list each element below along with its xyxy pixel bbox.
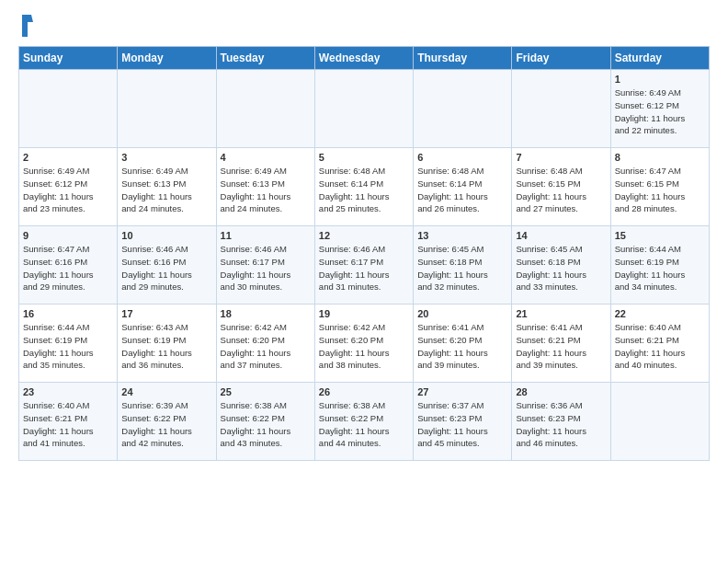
calendar-cell — [216, 70, 314, 148]
day-number: 7 — [516, 152, 606, 163]
day-info: Sunrise: 6:38 AM Sunset: 6:22 PM Dayligh… — [221, 399, 311, 450]
day-number: 3 — [121, 152, 211, 163]
calendar-week-row: 16Sunrise: 6:44 AM Sunset: 6:19 PM Dayli… — [19, 304, 710, 383]
calendar-cell: 5Sunrise: 6:48 AM Sunset: 6:14 PM Daylig… — [314, 148, 413, 226]
calendar-cell: 1Sunrise: 6:49 AM Sunset: 6:12 PM Daylig… — [610, 70, 709, 148]
calendar-cell: 22Sunrise: 6:40 AM Sunset: 6:21 PM Dayli… — [610, 304, 709, 383]
day-info: Sunrise: 6:49 AM Sunset: 6:12 PM Dayligh… — [615, 86, 705, 137]
calendar-cell — [610, 383, 709, 461]
calendar-cell: 17Sunrise: 6:43 AM Sunset: 6:19 PM Dayli… — [118, 304, 216, 383]
day-info: Sunrise: 6:45 AM Sunset: 6:18 PM Dayligh… — [516, 243, 606, 293]
day-info: Sunrise: 6:44 AM Sunset: 6:19 PM Dayligh… — [615, 243, 705, 293]
day-number: 21 — [516, 308, 606, 319]
header-cell-thursday: Thursday — [414, 47, 512, 70]
day-info: Sunrise: 6:45 AM Sunset: 6:18 PM Dayligh… — [417, 243, 507, 293]
day-info: Sunrise: 6:48 AM Sunset: 6:14 PM Dayligh… — [417, 165, 507, 215]
header-cell-friday: Friday — [512, 47, 610, 70]
calendar-cell: 15Sunrise: 6:44 AM Sunset: 6:19 PM Dayli… — [610, 226, 709, 304]
day-number: 18 — [221, 308, 311, 319]
day-info: Sunrise: 6:40 AM Sunset: 6:21 PM Dayligh… — [23, 399, 113, 450]
day-number: 13 — [417, 230, 507, 241]
day-number: 25 — [221, 386, 311, 397]
calendar-cell — [414, 70, 512, 148]
calendar-cell: 18Sunrise: 6:42 AM Sunset: 6:20 PM Dayli… — [216, 304, 314, 383]
calendar-week-row: 23Sunrise: 6:40 AM Sunset: 6:21 PM Dayli… — [19, 383, 710, 461]
day-number: 28 — [516, 386, 606, 397]
calendar-header-row: SundayMondayTuesdayWednesdayThursdayFrid… — [19, 47, 710, 70]
calendar-cell: 24Sunrise: 6:39 AM Sunset: 6:22 PM Dayli… — [118, 383, 216, 461]
logo — [18, 18, 33, 37]
day-number: 11 — [221, 230, 311, 241]
calendar-cell: 14Sunrise: 6:45 AM Sunset: 6:18 PM Dayli… — [512, 226, 610, 304]
day-info: Sunrise: 6:37 AM Sunset: 6:23 PM Dayligh… — [417, 399, 507, 450]
calendar-cell — [118, 70, 216, 148]
calendar-cell: 10Sunrise: 6:46 AM Sunset: 6:16 PM Dayli… — [118, 226, 216, 304]
day-number: 15 — [615, 230, 705, 241]
calendar-week-row: 2Sunrise: 6:49 AM Sunset: 6:12 PM Daylig… — [19, 148, 710, 226]
day-number: 24 — [121, 386, 211, 397]
calendar-cell: 4Sunrise: 6:49 AM Sunset: 6:13 PM Daylig… — [216, 148, 314, 226]
calendar-week-row: 1Sunrise: 6:49 AM Sunset: 6:12 PM Daylig… — [19, 70, 710, 148]
day-number: 2 — [23, 152, 113, 163]
day-info: Sunrise: 6:44 AM Sunset: 6:19 PM Dayligh… — [23, 321, 113, 372]
calendar-cell: 20Sunrise: 6:41 AM Sunset: 6:20 PM Dayli… — [414, 304, 512, 383]
day-info: Sunrise: 6:41 AM Sunset: 6:20 PM Dayligh… — [417, 321, 507, 372]
calendar-cell: 23Sunrise: 6:40 AM Sunset: 6:21 PM Dayli… — [19, 383, 118, 461]
day-number: 23 — [23, 386, 113, 397]
day-number: 27 — [417, 386, 507, 397]
day-info: Sunrise: 6:48 AM Sunset: 6:14 PM Dayligh… — [319, 165, 409, 215]
calendar-cell: 6Sunrise: 6:48 AM Sunset: 6:14 PM Daylig… — [414, 148, 512, 226]
calendar-cell — [19, 70, 118, 148]
calendar-cell: 27Sunrise: 6:37 AM Sunset: 6:23 PM Dayli… — [414, 383, 512, 461]
calendar-cell: 16Sunrise: 6:44 AM Sunset: 6:19 PM Dayli… — [19, 304, 118, 383]
day-number: 14 — [516, 230, 606, 241]
day-info: Sunrise: 6:42 AM Sunset: 6:20 PM Dayligh… — [221, 321, 311, 372]
day-number: 17 — [121, 308, 211, 319]
header-cell-wednesday: Wednesday — [314, 47, 413, 70]
day-info: Sunrise: 6:36 AM Sunset: 6:23 PM Dayligh… — [516, 399, 606, 450]
day-number: 16 — [23, 308, 113, 319]
day-info: Sunrise: 6:49 AM Sunset: 6:12 PM Dayligh… — [23, 165, 113, 215]
calendar-cell: 26Sunrise: 6:38 AM Sunset: 6:22 PM Dayli… — [314, 383, 413, 461]
calendar-table: SundayMondayTuesdayWednesdayThursdayFrid… — [18, 46, 710, 461]
calendar-cell — [314, 70, 413, 148]
header-cell-monday: Monday — [118, 47, 216, 70]
day-number: 10 — [121, 230, 211, 241]
logo-icon — [20, 15, 33, 37]
calendar-cell: 19Sunrise: 6:42 AM Sunset: 6:20 PM Dayli… — [314, 304, 413, 383]
day-number: 1 — [615, 74, 705, 85]
day-info: Sunrise: 6:49 AM Sunset: 6:13 PM Dayligh… — [221, 165, 311, 215]
day-number: 4 — [221, 152, 311, 163]
calendar-cell: 13Sunrise: 6:45 AM Sunset: 6:18 PM Dayli… — [414, 226, 512, 304]
calendar-cell: 28Sunrise: 6:36 AM Sunset: 6:23 PM Dayli… — [512, 383, 610, 461]
day-number: 20 — [417, 308, 507, 319]
header-cell-sunday: Sunday — [19, 47, 118, 70]
day-info: Sunrise: 6:41 AM Sunset: 6:21 PM Dayligh… — [516, 321, 606, 372]
calendar-cell: 2Sunrise: 6:49 AM Sunset: 6:12 PM Daylig… — [19, 148, 118, 226]
header-cell-saturday: Saturday — [610, 47, 709, 70]
day-number: 9 — [23, 230, 113, 241]
calendar-cell: 11Sunrise: 6:46 AM Sunset: 6:17 PM Dayli… — [216, 226, 314, 304]
calendar-cell: 21Sunrise: 6:41 AM Sunset: 6:21 PM Dayli… — [512, 304, 610, 383]
calendar-week-row: 9Sunrise: 6:47 AM Sunset: 6:16 PM Daylig… — [19, 226, 710, 304]
header-cell-tuesday: Tuesday — [216, 47, 314, 70]
day-info: Sunrise: 6:48 AM Sunset: 6:15 PM Dayligh… — [516, 165, 606, 215]
calendar-cell: 12Sunrise: 6:46 AM Sunset: 6:17 PM Dayli… — [314, 226, 413, 304]
day-info: Sunrise: 6:46 AM Sunset: 6:17 PM Dayligh… — [221, 243, 311, 293]
day-number: 8 — [615, 152, 705, 163]
day-number: 26 — [319, 386, 409, 397]
day-info: Sunrise: 6:38 AM Sunset: 6:22 PM Dayligh… — [319, 399, 409, 450]
day-info: Sunrise: 6:42 AM Sunset: 6:20 PM Dayligh… — [319, 321, 409, 372]
day-number: 12 — [319, 230, 409, 241]
calendar-cell: 3Sunrise: 6:49 AM Sunset: 6:13 PM Daylig… — [118, 148, 216, 226]
calendar-cell: 7Sunrise: 6:48 AM Sunset: 6:15 PM Daylig… — [512, 148, 610, 226]
day-info: Sunrise: 6:46 AM Sunset: 6:16 PM Dayligh… — [121, 243, 211, 293]
day-info: Sunrise: 6:47 AM Sunset: 6:15 PM Dayligh… — [615, 165, 705, 215]
day-number: 6 — [417, 152, 507, 163]
day-number: 22 — [615, 308, 705, 319]
day-info: Sunrise: 6:40 AM Sunset: 6:21 PM Dayligh… — [615, 321, 705, 372]
day-info: Sunrise: 6:49 AM Sunset: 6:13 PM Dayligh… — [121, 165, 211, 215]
header — [18, 18, 710, 37]
day-info: Sunrise: 6:47 AM Sunset: 6:16 PM Dayligh… — [23, 243, 113, 293]
day-number: 19 — [319, 308, 409, 319]
